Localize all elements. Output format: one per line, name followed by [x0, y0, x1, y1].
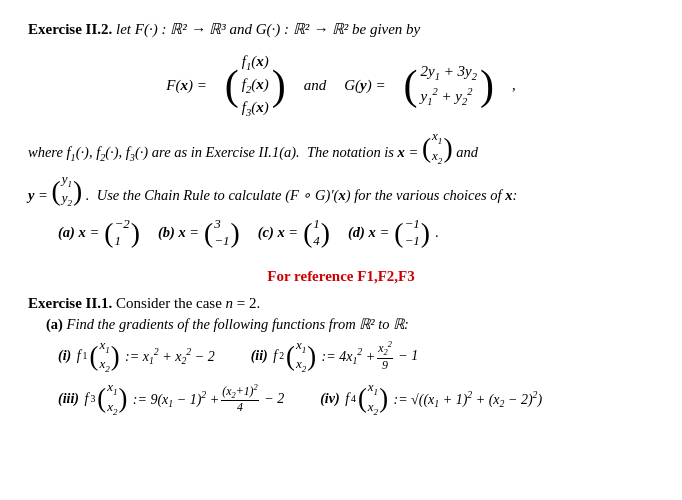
func-iv-label: (iv) [320, 391, 343, 407]
f-paren-right: ) [272, 64, 286, 106]
y-paren-right: ) [73, 177, 82, 205]
cd-paren-left: ( [394, 219, 403, 247]
choice-d-vector: ( −1 −1 ) [394, 216, 430, 250]
func-i-arg: ( x1 x2 ) [90, 337, 120, 376]
func-iv-name: f [345, 391, 349, 407]
y-components: y1 y2 [61, 171, 73, 210]
cd-2: −1 [404, 233, 419, 250]
func-iii-sub: 3 [90, 393, 95, 404]
func-ii-label: (ii) [251, 348, 272, 364]
fiv-arg-col: x1 x2 [367, 379, 379, 418]
func-iv-arg: ( x1 x2 ) [358, 379, 388, 418]
and-text: and [456, 144, 478, 160]
func-i-def: := x12 + x22 − 2 [122, 346, 215, 366]
cb-paren-left: ( [204, 219, 213, 247]
func-i: (i) f1 ( x1 x2 ) := x12 + x22 − 2 [58, 337, 215, 376]
exercise-ii2-intro: let F(·) : ℝ² → ℝ³ and G(·) : ℝ² → ℝ² be… [116, 21, 420, 37]
func-iii-arg: ( x1 x2 ) [97, 379, 127, 418]
fi-paren-right: ) [111, 343, 120, 370]
choice-b-vector: ( 3 −1 ) [204, 216, 240, 250]
fii-arg-col: x1 x2 [295, 337, 307, 376]
cb-paren-right: ) [231, 219, 240, 247]
frac-num: x22 [377, 340, 393, 359]
fiii-frac-num: (x2+1)2 [221, 383, 259, 402]
ca-2: 1 [114, 233, 121, 250]
cb-1: 3 [214, 216, 221, 233]
y-component-1: y1 [62, 171, 72, 190]
func-iv: (iv) f4 ( x1 x2 ) := √((x1 + 1)2 + (x2 −… [320, 379, 542, 418]
cc-paren-left: ( [303, 219, 312, 247]
g-paren-right: ) [480, 64, 494, 106]
exercise-ii1-intro: Consider the case n = 2. [116, 295, 260, 311]
func-ii-def: := 4x12 + [318, 346, 375, 366]
func-row-1: (i) f1 ( x1 x2 ) := x12 + x22 − 2 (ii) f… [58, 337, 654, 376]
cc-2: 4 [313, 233, 320, 250]
x-vector: ( x1 x2 ) [422, 128, 453, 167]
equals-x: = [408, 144, 421, 160]
func-iii-frac: (x2+1)2 4 [221, 383, 259, 415]
cd-paren-right: ) [421, 219, 430, 247]
reference-line: For reference F1,F2,F3 [28, 268, 654, 285]
ca-paren-right: ) [131, 219, 140, 247]
cc-paren-right: ) [321, 219, 330, 247]
functions-grid: (i) f1 ( x1 x2 ) := x12 + x22 − 2 (ii) f… [58, 337, 654, 419]
f-paren-left: ( [225, 64, 239, 106]
func-ii-arg: ( x1 x2 ) [286, 337, 316, 376]
fii-paren-left: ( [286, 343, 295, 370]
choice-c: (c) x = ( 1 4 ) [258, 216, 330, 250]
and-connector: and [304, 77, 327, 94]
fi-arg-col: x1 x2 [98, 337, 110, 376]
func-iii-label: (iii) [58, 391, 83, 407]
func-ii-sub: 2 [279, 350, 284, 361]
fiv-paren-left: ( [358, 385, 367, 412]
func-ii-minus: − 1 [395, 348, 418, 364]
func-ii: (ii) f2 ( x1 x2 ) := 4x12 + x22 9 − 1 [251, 337, 419, 376]
func-row-2: (iii) f3 ( x1 x2 ) := 9(x1 − 1)2 + (x2+1… [58, 379, 654, 418]
exercise-ii1-title: Exercise II.1. Consider the case n = 2. [28, 295, 654, 312]
g-component-1: 2y1 + 3y2 [421, 61, 477, 84]
y-vector: ( y1 y2 ) [51, 171, 82, 210]
choice-d: (d) x = ( −1 −1 ) . [348, 216, 439, 250]
fiii-paren-left: ( [97, 385, 106, 412]
where-text: where f1(·), f2(·), f3(·) are as in Exer… [28, 144, 398, 160]
func-iii-def: := 9(x1 − 1)2 + [129, 389, 219, 409]
func-ii-frac: x22 9 [377, 340, 393, 372]
y-bold: y [28, 187, 34, 203]
x-paren-right: ) [443, 134, 452, 162]
reference-text: For reference F1,F2,F3 [267, 268, 414, 284]
x-component-1: x1 [432, 128, 442, 147]
cc-1: 1 [313, 216, 320, 233]
fiii-paren-right: ) [118, 385, 127, 412]
cc-components: 1 4 [312, 216, 321, 250]
choice-b: (b) x = ( 3 −1 ) [158, 216, 240, 250]
func-iii-minus: − 2 [261, 391, 284, 407]
where-text-block: where f1(·), f2(·), f3(·) are as in Exer… [28, 128, 654, 167]
part-a-label: (a) [46, 316, 63, 332]
func-i-sub: 1 [83, 350, 88, 361]
g-components: 2y1 + 3y2 y12 + y22 [418, 61, 480, 109]
func-iii: (iii) f3 ( x1 x2 ) := 9(x1 − 1)2 + (x2+1… [58, 379, 284, 418]
equals-y: = [38, 187, 51, 203]
cd-period: . [435, 224, 439, 241]
func-iv-sub: 4 [351, 393, 356, 404]
f-components: f1(x) f2(x) f3(x) [239, 51, 272, 121]
g-component-2: y12 + y22 [421, 84, 473, 109]
choice-a-label: (a) x = [58, 224, 99, 241]
y-chain-rule-block: y = ( y1 y2 ) . Use the Chain Rule to ca… [28, 171, 654, 210]
choice-a-vector: ( −2 1 ) [104, 216, 140, 250]
y-paren-left: ( [51, 177, 60, 205]
fii-paren-right: ) [307, 343, 316, 370]
y-component-2: y2 [62, 190, 72, 209]
exercise-ii2-label: Exercise II.2. [28, 21, 112, 37]
exercise-ii1-label: Exercise II.1. [28, 295, 112, 311]
part-a-block: (a) Find the gradients of the following … [46, 316, 654, 333]
f-component-1: f1(x) [242, 51, 269, 74]
choice-c-label: (c) x = [258, 224, 298, 241]
fiv-paren-right: ) [379, 385, 388, 412]
choices-block: (a) x = ( −2 1 ) (b) x = ( 3 −1 ) (c) x … [58, 216, 654, 250]
x-paren-left: ( [422, 134, 431, 162]
cd-1: −1 [404, 216, 419, 233]
choice-c-vector: ( 1 4 ) [303, 216, 330, 250]
func-iii-name: f [85, 391, 89, 407]
x-component-2: x2 [432, 148, 442, 167]
